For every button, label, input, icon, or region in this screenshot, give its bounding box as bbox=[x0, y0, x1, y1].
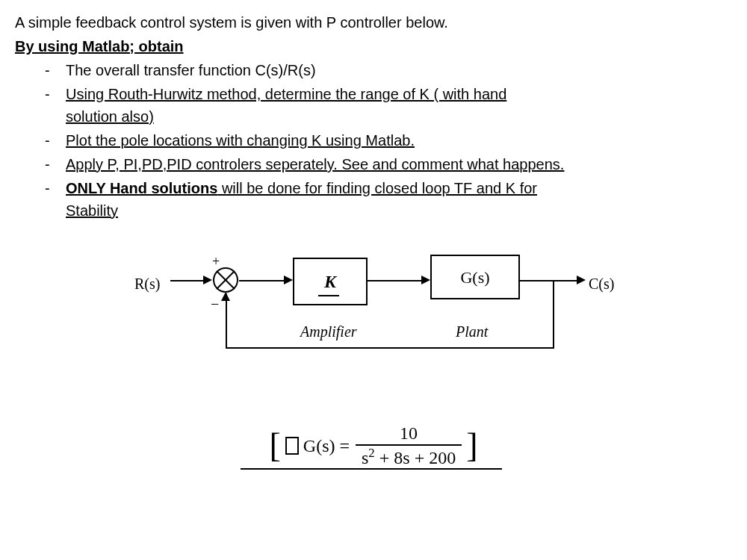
task-item-1: The overall transfer function C(s)/R(s) bbox=[45, 59, 732, 81]
wire-feedback-horz bbox=[226, 347, 554, 349]
plus-sign: + bbox=[212, 252, 220, 272]
wire-k-g bbox=[368, 280, 426, 281]
amplifier-label: Amplifier bbox=[300, 320, 357, 343]
task5a: ONLY Hand solutions bbox=[66, 180, 217, 196]
wire-feedback-down bbox=[553, 280, 554, 349]
minus-sign: − bbox=[211, 293, 219, 315]
task-item-5: ONLY Hand solutions will be done for fin… bbox=[45, 177, 732, 222]
task2-part1: Using Routh-Hurwitz method, determine th… bbox=[66, 86, 506, 102]
wire-output bbox=[520, 280, 580, 281]
den-s: s bbox=[362, 448, 368, 467]
task-item-4: Apply P, PI,PD,PID controlers seperately… bbox=[45, 153, 732, 175]
task5c: Stability bbox=[66, 202, 118, 219]
block-diagram: R(s) + − K Amplifier G(s) Plant C(s) bbox=[134, 252, 613, 401]
equation-area: [ G(s) = 10 s2 + 8s + 200 ] bbox=[149, 423, 598, 468]
task2-part2: solution also) bbox=[66, 108, 154, 125]
equation-fraction: 10 s2 + 8s + 200 bbox=[356, 423, 462, 468]
k-underline bbox=[318, 295, 339, 296]
input-label: R(s) bbox=[134, 273, 160, 295]
wire-input bbox=[170, 280, 206, 281]
task-list: The overall transfer function C(s)/R(s) … bbox=[45, 59, 732, 222]
equation-numerator: 10 bbox=[394, 423, 424, 444]
output-label: C(s) bbox=[589, 273, 614, 295]
task-item-2: Using Routh-Hurwitz method, determine th… bbox=[45, 83, 732, 128]
task5b: will be done for finding closed loop TF … bbox=[217, 180, 537, 196]
wire-feedback-up bbox=[226, 293, 227, 349]
equation-denominator: s2 + 8s + 200 bbox=[356, 444, 462, 469]
task4: Apply P, PI,PD,PID controlers seperately… bbox=[66, 156, 564, 172]
wire-sum-k bbox=[239, 280, 288, 281]
left-bracket: [ bbox=[264, 423, 285, 468]
intro-text: A simple feedback control system is give… bbox=[15, 11, 732, 34]
arrowhead-g bbox=[421, 276, 430, 284]
plant-block: G(s) bbox=[430, 255, 520, 299]
checkbox-icon bbox=[285, 437, 299, 455]
equation-underline bbox=[241, 468, 502, 470]
den-rest: + 8s + 200 bbox=[375, 448, 456, 467]
arrowhead-output bbox=[577, 276, 586, 284]
arrowhead-input bbox=[203, 276, 212, 284]
arrowhead-k bbox=[284, 276, 293, 284]
instruction-heading: By using Matlab; obtain bbox=[15, 35, 732, 57]
amplifier-block: K bbox=[293, 258, 368, 305]
transfer-function-equation: G(s) = 10 s2 + 8s + 200 bbox=[303, 423, 462, 468]
equation-lhs: G(s) = bbox=[303, 432, 350, 459]
task3: Plot the pole locations with changing K … bbox=[66, 132, 415, 149]
right-bracket: ] bbox=[462, 423, 482, 468]
den-sup: 2 bbox=[368, 446, 374, 460]
task-item-3: Plot the pole locations with changing K … bbox=[45, 129, 732, 152]
arrowhead-feedback bbox=[221, 292, 230, 301]
plant-label: Plant bbox=[456, 320, 488, 343]
